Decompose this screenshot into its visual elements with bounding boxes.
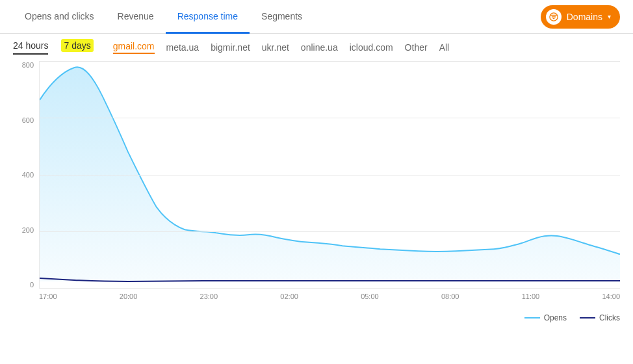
- tab-response-time[interactable]: Response time: [166, 1, 250, 34]
- x-label-2300: 23:00: [200, 292, 218, 300]
- domain-filters: gmail.com meta.ua bigmir.net ukr.net onl…: [113, 41, 449, 54]
- chart-area: 800 600 400 200 0: [13, 61, 620, 308]
- legend-clicks: Clicks: [580, 313, 620, 322]
- domain-all[interactable]: All: [439, 42, 450, 53]
- chevron-down-icon: ▾: [608, 13, 611, 20]
- nav-tabs: Opens and clicks Revenue Response time S…: [13, 0, 314, 33]
- domain-gmail[interactable]: gmail.com: [113, 41, 155, 54]
- x-label-0800: 08:00: [441, 292, 459, 300]
- y-label-600: 600: [22, 116, 34, 124]
- y-label-200: 200: [22, 226, 34, 234]
- y-label-800: 800: [22, 61, 34, 69]
- grid-line-50: [40, 175, 620, 176]
- y-label-0: 0: [30, 281, 34, 289]
- tab-opens-clicks[interactable]: Opens and clicks: [13, 1, 106, 34]
- chart-container: 800 600 400 200 0: [13, 61, 620, 308]
- time-24h[interactable]: 24 hours: [13, 40, 48, 55]
- domain-other[interactable]: Other: [405, 42, 428, 53]
- filter-icon: [549, 12, 558, 21]
- time-filter: 24 hours 7 days: [13, 40, 94, 55]
- x-label-0500: 05:00: [361, 292, 379, 300]
- x-axis: 17:00 20:00 23:00 02:00 05:00 08:00 11:0…: [39, 289, 620, 308]
- tab-segments[interactable]: Segments: [250, 1, 314, 34]
- chart-legend: Opens Clicks: [0, 308, 633, 328]
- domain-icloud[interactable]: icloud.com: [350, 42, 393, 53]
- tab-revenue[interactable]: Revenue: [106, 1, 166, 34]
- filter-row: 24 hours 7 days gmail.com meta.ua bigmir…: [0, 34, 633, 61]
- grid-line-75: [40, 231, 620, 232]
- x-label-1100: 11:00: [522, 292, 540, 300]
- y-label-400: 400: [22, 171, 34, 179]
- domains-icon: [546, 9, 562, 25]
- clicks-label: Clicks: [599, 313, 620, 322]
- x-label-1400: 14:00: [602, 292, 620, 300]
- domains-button[interactable]: Domains ▾: [541, 5, 620, 29]
- chart-inner: [39, 61, 620, 289]
- x-label-2000: 20:00: [120, 292, 138, 300]
- x-label-0200: 02:00: [280, 292, 298, 300]
- x-label-1700: 17:00: [39, 292, 57, 300]
- opens-line-indicator: [524, 317, 540, 318]
- legend-opens: Opens: [524, 313, 567, 322]
- clicks-line-indicator: [580, 317, 595, 318]
- grid-line-top: [40, 61, 620, 62]
- domain-meta[interactable]: meta.ua: [166, 42, 200, 53]
- domain-bigmir[interactable]: bigmir.net: [211, 42, 250, 53]
- grid-line-25: [40, 118, 620, 118]
- opens-label: Opens: [544, 313, 567, 322]
- domain-ukrnet[interactable]: ukr.net: [262, 42, 289, 53]
- top-navigation: Opens and clicks Revenue Response time S…: [0, 0, 633, 34]
- y-axis: 800 600 400 200 0: [13, 61, 39, 289]
- time-7d[interactable]: 7 days: [61, 40, 93, 55]
- domain-online[interactable]: online.ua: [301, 42, 338, 53]
